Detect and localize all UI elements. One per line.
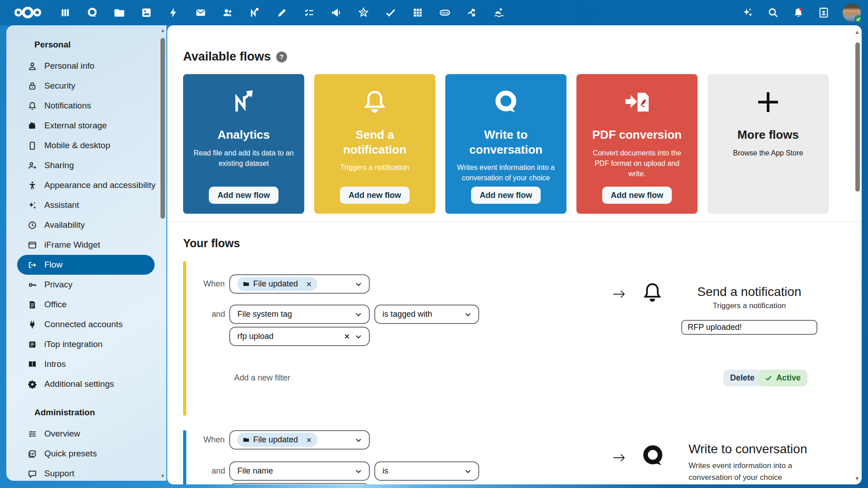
talk-card-icon [492,86,520,118]
filter-criteria-select[interactable]: File system tag [229,305,370,324]
sidebar-item-overview[interactable]: Overview [17,424,155,444]
card-more-flows[interactable]: More flows Browse the App Store [708,74,829,214]
criteria-value: File name [237,466,351,476]
arrow-right-icon [612,452,627,464]
main-scroll-thumb[interactable] [855,42,860,192]
trigger-chip-label: File updated [253,279,298,289]
card-analytics: Analytics Read file and add its data to … [183,74,304,214]
add-new-flow-button[interactable]: Add new flow [209,187,278,204]
and-label: and [212,310,225,319]
scroll-up-icon[interactable]: ▲ [854,29,860,35]
sidebar-item-additional-settings[interactable]: Additional settings [17,374,155,394]
accessibility-icon [27,180,37,190]
contacts-icon[interactable] [222,6,234,19]
criteria-value: File system tag [237,310,351,319]
sidebar-scrollbar[interactable]: ▲ ▼ [160,28,165,478]
tag-value: rfp upload [237,332,340,341]
sidebar-item-itop-integration[interactable]: iTop integration [17,334,155,354]
add-new-filter-link[interactable]: Add a new filter [234,373,290,383]
sidebar-item-label: Intros [44,359,66,369]
filter-value-select[interactable]: rfp upload [229,327,370,346]
sidebar-item-assistant[interactable]: Assistant [17,195,155,215]
notes-icon[interactable] [276,6,288,19]
scroll-down-icon[interactable]: ▼ [854,475,860,482]
help-icon[interactable]: ? [276,52,287,62]
delete-flow-button[interactable]: Delete [723,370,761,386]
sidebar-item-connected-accounts[interactable]: Connected accounts [17,314,155,334]
add-new-flow-button[interactable]: Add new flow [602,187,672,204]
filter-operator-select[interactable]: is tagged with [374,305,479,324]
avatar[interactable] [843,4,861,22]
active-toggle-button[interactable]: Active [758,370,807,386]
remove-trigger-icon[interactable] [305,436,313,444]
top-right-icon-row [741,0,861,25]
chevron-down-icon [354,436,363,444]
section-divider [167,221,862,222]
clear-value-icon[interactable] [343,333,351,340]
folder-icon [243,281,250,287]
sidebar-item-sharing[interactable]: Sharing [17,155,155,175]
trigger-select[interactable]: File updated [229,274,370,294]
trigger-select[interactable]: File updated [229,430,370,450]
scroll-down-icon[interactable]: ▼ [160,474,165,478]
collectives-icon[interactable]: C [357,6,370,19]
assistant-sparkles-icon[interactable] [741,6,754,19]
tasks-icon[interactable] [303,6,316,19]
contacts-search-icon[interactable] [817,6,830,19]
filter-operator-select[interactable]: is [374,461,479,481]
bell-card-icon [361,86,388,118]
sidebar-item-intros[interactable]: Intros [17,354,155,374]
sidebar-item-label: Quick presets [44,449,97,459]
activity-icon[interactable] [167,6,180,19]
svg-text:C: C [362,10,365,15]
bell-icon [27,101,37,111]
search-icon[interactable] [767,6,779,19]
notifications-bell-icon[interactable] [792,6,805,19]
add-new-flow-button[interactable]: Add new flow [340,187,410,204]
sidebar-scroll-thumb[interactable] [160,38,165,219]
available-flows-title: Available flows [183,50,271,64]
sidebar-item-label: Overview [44,429,80,439]
sidebar-item-iframe-widget[interactable]: iFrame Widget [17,235,155,255]
sidebar-heading-administration: Administration [17,394,155,424]
workflows-arrows-icon[interactable] [466,6,478,19]
sidebar-item-office[interactable]: Office [17,295,155,314]
dashboard-icon[interactable] [59,6,71,19]
files-icon[interactable] [113,6,126,19]
sidebar-item-notifications[interactable]: Notifications [17,96,155,116]
add-new-flow-button[interactable]: Add new flow [471,187,541,204]
approval-check-icon[interactable] [384,6,397,19]
and-label: and [212,466,225,476]
sidebar-item-security[interactable]: Security [17,76,155,96]
sidebar-item-quick-presets[interactable]: Quick presets [17,444,155,464]
check-icon [765,374,773,382]
sidebar-item-label: Notifications [44,101,91,111]
sidebar-item-external-storage[interactable]: External storage [17,116,155,136]
sidebar-item-appearance-accessibility[interactable]: Appearance and accessibility [17,175,155,195]
nextcloud-logo-icon[interactable] [12,6,44,19]
sidebar-item-label: iFrame Widget [44,240,100,250]
analytics-app-icon[interactable] [249,6,261,19]
scroll-up-icon[interactable]: ▲ [160,28,165,33]
filter-criteria-select[interactable]: File name [229,461,370,481]
sidebar-item-support[interactable]: Support [17,464,155,481]
sidebar-item-personal-info[interactable]: Personal info [17,56,155,76]
sidebar-item-flow[interactable]: Flow [17,255,155,275]
sports-swimmer-icon[interactable] [493,6,505,19]
filter-value-select[interactable] [229,483,370,484]
your-flows-title: Your flows [183,237,240,250]
flow-rule-1: When File updated and File system tag is… [183,261,843,416]
sidebar-item-mobile-desktop[interactable]: Mobile & desktop [17,136,155,155]
sidebar-item-availability[interactable]: Availability [17,215,155,235]
remove-trigger-icon[interactable] [305,281,313,288]
talk-icon[interactable] [86,6,99,19]
tables-icon[interactable] [411,6,424,19]
ocs-icon[interactable]: OCS [439,6,451,19]
user-icon [27,61,37,71]
photos-icon[interactable] [140,6,153,19]
sidebar-item-privacy[interactable]: Privacy [17,275,155,295]
browser-window-icon [27,240,37,250]
mail-icon[interactable] [194,6,207,19]
announcements-icon[interactable] [330,6,343,19]
notification-text-input[interactable] [681,320,817,335]
